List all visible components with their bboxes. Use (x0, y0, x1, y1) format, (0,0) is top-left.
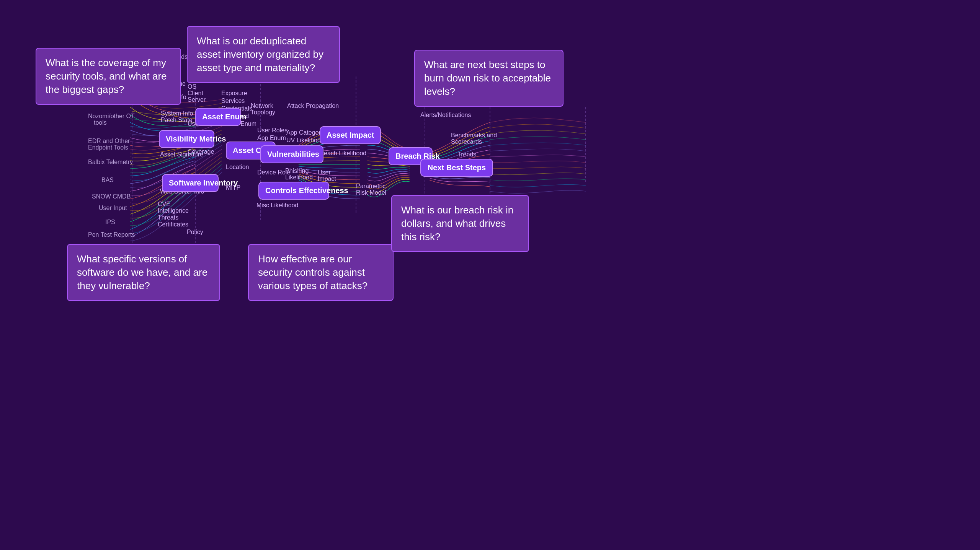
label-services: Services (221, 98, 245, 104)
node-software-inventory: Software Inventory (162, 174, 219, 192)
label-misc-likelihood: Misc Likelihood (256, 202, 298, 209)
question-coverage: What is the coverage of my security tool… (36, 48, 181, 105)
label-breach-likelihood: Breach Likelihood (318, 150, 366, 157)
label-device-role: Device Role (257, 169, 290, 176)
label-risk-model: Risk Model (356, 189, 386, 196)
label-user-input: User Input (99, 205, 127, 212)
label-user-impact: User (318, 169, 331, 176)
label-bas: BAS (101, 177, 114, 184)
label-threats: Threats (158, 214, 178, 221)
label-app-enum: App Enum (257, 135, 286, 142)
label-os: OS (188, 83, 196, 90)
label-edr: EDR and Other (88, 138, 130, 145)
label-user-roles: User Roles (257, 127, 287, 134)
label-uv-likelihood: UV Likelihood (286, 137, 324, 144)
label-topology: Topology (251, 109, 275, 116)
label-system-info: System Info (161, 110, 193, 117)
label-location: Location (226, 164, 249, 171)
node-asset-impact: Asset Impact (320, 126, 381, 144)
node-next-best-steps: Next Best Steps (420, 159, 493, 177)
question-controls: How effective are our security controls … (248, 244, 394, 301)
label-intelligence: Intelligence (158, 207, 189, 214)
label-certificates: Certificates (158, 221, 188, 228)
label-cve: CVE (158, 201, 170, 208)
node-vulnerabilities: Vulnerabilities (260, 145, 323, 163)
node-asset-enum: Asset Enum (195, 108, 241, 126)
question-software: What specific versions of software do we… (67, 244, 220, 301)
label-ips: IPS (105, 219, 115, 226)
label-pen-test: Pen Test Reports (88, 231, 135, 238)
label-snow-cmdb: SNOW CMDB (92, 193, 131, 200)
label-app-category: App Category (286, 129, 324, 136)
question-breach-risk: What is our breach risk in dollars, and … (391, 195, 529, 252)
label-benchmarks: Benchmarks and (451, 132, 497, 139)
label-nozomi: Nozomi/other OT (88, 113, 135, 120)
label-policy: Policy (187, 229, 203, 236)
label-asset-signature: Asset Signature (160, 151, 203, 158)
label-server: Server (188, 96, 206, 103)
label-network-topology: Network (251, 103, 273, 109)
label-alerts: Alerts/Notifications (420, 112, 471, 119)
label-endpoint-tools: Endpoint Tools (88, 144, 128, 151)
label-attack-propagation: Attack Propagation (287, 103, 339, 109)
label-client: Client (188, 90, 203, 97)
question-inventory: What is our deduplicated asset inventory… (187, 26, 340, 83)
node-visibility-metrics: Visibility Metrics (159, 130, 214, 148)
label-scorecards: Scorecards (451, 138, 482, 145)
label-trends: Trends (457, 151, 476, 158)
question-next-steps: What are next best steps to burn down ri… (414, 50, 564, 107)
node-controls-effectiveness: Controls Effectiveness (258, 182, 329, 200)
label-parametric-risk: Parametric (356, 183, 385, 190)
label-ot-tools: tools (94, 119, 107, 126)
label-balbix: Balbix Telemetry (88, 159, 133, 166)
label-exposure: Exposure (221, 90, 247, 97)
